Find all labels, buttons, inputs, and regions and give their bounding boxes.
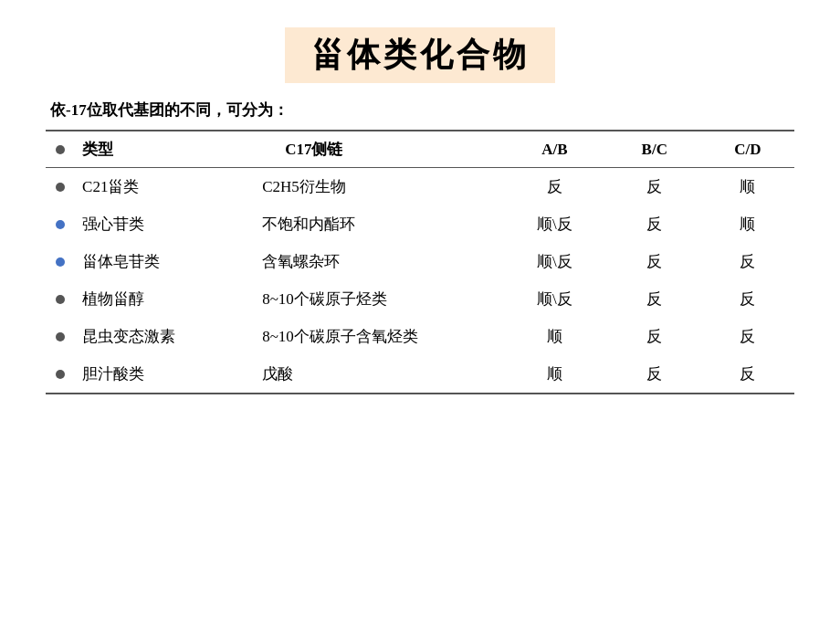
row-cd: 反	[701, 355, 794, 394]
row-bullet-cell	[46, 355, 75, 394]
row-type: 强心苷类	[75, 205, 235, 243]
title-section: 甾体类化合物	[46, 27, 794, 83]
page: 甾体类化合物 依-17位取代基团的不同，可分为： 类型 C17侧链 A/B B/…	[0, 0, 840, 630]
col-bc-header: B/C	[608, 131, 701, 168]
row-bullet-cell	[46, 205, 75, 243]
row-cd: 反	[701, 280, 794, 318]
row-bc: 反	[608, 355, 701, 394]
row-ab: 顺\反	[501, 280, 608, 318]
table-row: 强心苷类 不饱和内酯环 顺\反 反 顺	[46, 205, 794, 243]
row-type: 胆汁酸类	[75, 355, 235, 394]
row-bullet	[56, 183, 65, 192]
table-row: 植物甾醇 8~10个碳原子烃类 顺\反 反 反	[46, 280, 794, 318]
row-cd: 顺	[701, 168, 794, 206]
row-ab: 顺\反	[501, 205, 608, 243]
row-c17: 含氧螺杂环	[235, 243, 501, 280]
row-bullet	[56, 332, 65, 341]
row-bullet	[56, 257, 65, 267]
row-cd: 顺	[701, 205, 794, 243]
row-c17: 8~10个碳原子含氧烃类	[235, 318, 501, 355]
classification-table: 类型 C17侧链 A/B B/C C/D C21甾类 C2H5衍生物 反 反 顺…	[46, 130, 794, 394]
row-ab: 顺	[501, 355, 608, 394]
row-bullet	[56, 295, 65, 304]
row-type: 昆虫变态激素	[75, 318, 235, 355]
row-type: C21甾类	[75, 168, 235, 206]
row-ab: 反	[501, 168, 608, 206]
row-cd: 反	[701, 243, 794, 280]
row-ab: 顺	[501, 318, 608, 355]
row-bullet-cell	[46, 168, 75, 206]
table-row: C21甾类 C2H5衍生物 反 反 顺	[46, 168, 794, 206]
page-title: 甾体类化合物	[285, 27, 555, 83]
subtitle: 依-17位取代基团的不同，可分为：	[46, 100, 794, 121]
table-header-row: 类型 C17侧链 A/B B/C C/D	[46, 131, 794, 168]
row-c17: 8~10个碳原子烃类	[235, 280, 501, 318]
header-bullet	[56, 145, 65, 154]
row-bc: 反	[608, 205, 701, 243]
bullet-header	[46, 131, 75, 168]
col-cd-header: C/D	[701, 131, 794, 168]
col-ab-header: A/B	[501, 131, 608, 168]
row-c17: C2H5衍生物	[235, 168, 501, 206]
col-type-header: 类型	[75, 131, 235, 168]
row-cd: 反	[701, 318, 794, 355]
row-bullet	[56, 370, 65, 379]
table-row: 昆虫变态激素 8~10个碳原子含氧烃类 顺 反 反	[46, 318, 794, 355]
row-bc: 反	[608, 168, 701, 206]
row-bullet-cell	[46, 243, 75, 280]
row-bullet	[56, 220, 65, 229]
table-row: 甾体皂苷类 含氧螺杂环 顺\反 反 反	[46, 243, 794, 280]
table-row: 胆汁酸类 戊酸 顺 反 反	[46, 355, 794, 394]
col-c17-header: C17侧链	[235, 131, 501, 168]
row-type: 甾体皂苷类	[75, 243, 235, 280]
row-type: 植物甾醇	[75, 280, 235, 318]
row-c17: 不饱和内酯环	[235, 205, 501, 243]
row-bc: 反	[608, 280, 701, 318]
row-bc: 反	[608, 318, 701, 355]
row-bullet-cell	[46, 318, 75, 355]
row-ab: 顺\反	[501, 243, 608, 280]
row-c17: 戊酸	[235, 355, 501, 394]
row-bc: 反	[608, 243, 701, 280]
main-table-container: 类型 C17侧链 A/B B/C C/D C21甾类 C2H5衍生物 反 反 顺…	[46, 130, 794, 394]
row-bullet-cell	[46, 280, 75, 318]
